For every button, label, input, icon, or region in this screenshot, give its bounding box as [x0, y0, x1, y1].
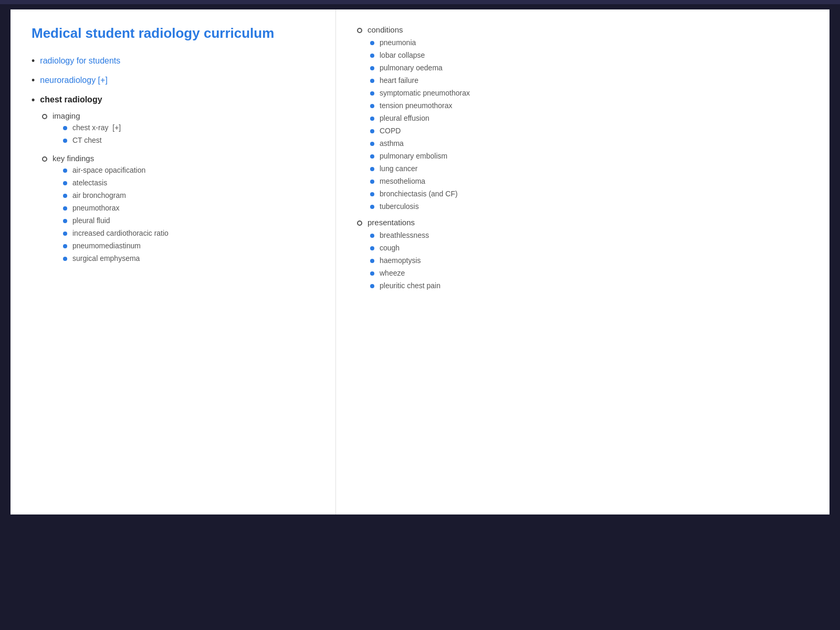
filled-icon — [370, 91, 374, 96]
filled-icon — [63, 139, 67, 143]
circle-icon — [42, 156, 47, 162]
expand-indicator[interactable]: [+] — [98, 76, 108, 85]
bottom-dark-panel — [10, 514, 830, 620]
list-item-conditions: conditions pneumonia lobar collapse — [357, 25, 808, 211]
sub-item-label: key findings — [52, 154, 94, 163]
list-item: pleural fluid — [63, 216, 169, 225]
item-text[interactable]: CT chest — [72, 136, 102, 144]
list-item: • neuroradiology [+] — [32, 74, 314, 87]
item-text[interactable]: wheeze — [380, 269, 405, 277]
filled-icon — [63, 206, 67, 211]
page-container: Medical student radiology curriculum • r… — [0, 0, 840, 630]
filled-icon — [370, 192, 374, 196]
item-text[interactable]: mesothelioma — [380, 177, 425, 185]
item-text[interactable]: air bronchogram — [72, 191, 126, 200]
item-text[interactable]: haemoptysis — [380, 256, 421, 265]
filled-icon — [63, 257, 67, 261]
presentations-list: breathlessness cough haemoptysis wh — [357, 231, 808, 290]
filled-icon — [370, 284, 374, 288]
item-text[interactable]: symptomatic pneumothorax — [380, 89, 470, 97]
item-text[interactable]: bronchiectasis (and CF) — [380, 190, 458, 198]
list-item: chest x-ray [+] — [63, 123, 121, 132]
list-item: asthma — [370, 139, 808, 148]
list-item: lung cancer — [370, 164, 808, 173]
item-text[interactable]: increased cardiothoracic ratio — [72, 229, 169, 237]
filled-icon — [370, 142, 374, 146]
list-item: surgical emphysema — [63, 254, 169, 262]
item-text[interactable]: surgical emphysema — [72, 254, 140, 262]
filled-icon — [370, 154, 374, 159]
item-text[interactable]: pneumothorax — [72, 204, 120, 212]
item-text[interactable]: lobar collapse — [380, 51, 425, 59]
circle-icon — [42, 114, 47, 119]
item-text[interactable]: pleural fluid — [72, 216, 110, 225]
list-item: air bronchogram — [63, 191, 169, 200]
bullet-item: • neuroradiology [+] — [32, 74, 314, 87]
filled-icon — [370, 271, 374, 276]
item-label[interactable]: chest radiology — [40, 93, 102, 106]
circle-icon — [357, 28, 362, 33]
left-panel: Medical student radiology curriculum • r… — [10, 9, 336, 514]
sub-item-label: imaging — [52, 111, 80, 120]
filled-icon — [370, 167, 374, 171]
filled-icon — [370, 117, 374, 121]
list-item: wheeze — [370, 269, 808, 277]
list-item: heart failure — [370, 76, 808, 85]
item-text[interactable]: pleural effusion — [380, 114, 429, 122]
filled-icon — [370, 41, 374, 45]
filled-icon — [370, 54, 374, 58]
list-item: cough — [370, 244, 808, 252]
list-item: pneumonia — [370, 38, 808, 47]
item-text[interactable]: pneumomediastinum — [72, 242, 141, 250]
list-item-imaging: imaging chest x-ray [+] CT chest — [42, 111, 314, 149]
conditions-list: pneumonia lobar collapse pulmonary oedem… — [357, 38, 808, 211]
filled-icon — [370, 79, 374, 83]
list-item-presentations: presentations breathlessness cough — [357, 218, 808, 290]
list-item: haemoptysis — [370, 256, 808, 265]
list-item: pleural effusion — [370, 114, 808, 122]
list-item: pleuritic chest pain — [370, 281, 808, 290]
item-text[interactable]: heart failure — [380, 76, 418, 85]
right-circle-item: presentations — [357, 218, 808, 227]
filled-icon — [63, 232, 67, 236]
bullet-icon: • — [32, 74, 35, 87]
sub-list-filled: air-space opacification atelectasis air … — [52, 166, 169, 262]
item-text[interactable]: lung cancer — [380, 164, 417, 173]
sub-list-filled: chest x-ray [+] CT chest — [52, 123, 121, 144]
item-text[interactable]: pulmonary embolism — [380, 152, 447, 160]
item-text[interactable]: tuberculosis — [380, 202, 419, 211]
item-text[interactable]: chest x-ray [+] — [72, 123, 121, 132]
item-text[interactable]: atelectasis — [72, 178, 107, 187]
item-text[interactable]: pulmonary oedema — [380, 64, 443, 72]
item-text[interactable]: COPD — [380, 127, 401, 135]
list-item: atelectasis — [63, 178, 169, 187]
right-circle-item: conditions — [357, 25, 808, 34]
bullet-item: • radiology for students — [32, 55, 314, 68]
list-item: tension pneumothorax — [370, 101, 808, 110]
list-item: symptomatic pneumothorax — [370, 89, 808, 97]
content-area: Medical student radiology curriculum • r… — [10, 9, 830, 514]
bullet-item-bold: • chest radiology — [32, 93, 314, 107]
item-text[interactable]: pneumonia — [380, 38, 416, 47]
filled-icon — [370, 259, 374, 263]
item-label[interactable]: radiology for students — [40, 55, 120, 67]
sub-item-content: imaging chest x-ray [+] CT chest — [52, 111, 121, 149]
list-item: pulmonary embolism — [370, 152, 808, 160]
list-item: pneumomediastinum — [63, 242, 169, 250]
item-label[interactable]: neuroradiology [+] — [40, 74, 108, 87]
filled-icon — [370, 66, 374, 70]
item-text[interactable]: tension pneumothorax — [380, 101, 453, 110]
item-text[interactable]: cough — [380, 244, 400, 252]
item-text[interactable]: asthma — [380, 139, 404, 148]
sub-item-content: key findings air-space opacification ate… — [52, 154, 169, 267]
filled-icon — [63, 181, 67, 185]
filled-icon — [370, 234, 374, 238]
item-text[interactable]: breathlessness — [380, 231, 429, 239]
list-item-key-findings: key findings air-space opacification ate… — [42, 154, 314, 267]
item-text[interactable]: pleuritic chest pain — [380, 281, 440, 290]
item-text[interactable]: air-space opacification — [72, 166, 145, 174]
filled-icon — [63, 219, 67, 223]
filled-icon — [63, 126, 67, 130]
list-item: breathlessness — [370, 231, 808, 239]
list-item: pulmonary oedema — [370, 64, 808, 72]
